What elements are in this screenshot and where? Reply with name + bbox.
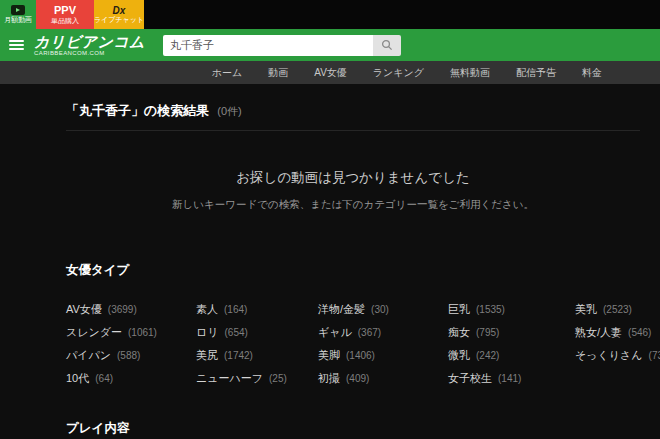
category-link[interactable]: 洋物/金髪 (30)	[318, 298, 448, 321]
category-link[interactable]: ニューハーフ (25)	[196, 367, 318, 390]
category-count: (25)	[269, 373, 287, 384]
category-link[interactable]: 女子校生 (141)	[448, 367, 575, 390]
nav-item[interactable]: 動画	[268, 66, 288, 80]
category-link[interactable]: 美脚 (1406)	[318, 344, 448, 367]
category-count: (242)	[476, 350, 499, 361]
tab-livechat-label: ライブチャット	[94, 16, 144, 24]
category-count: (30)	[371, 304, 389, 315]
category-link[interactable]: パイパン (588)	[66, 344, 196, 367]
search-result-count: (0件)	[217, 104, 241, 119]
category-label: 熟女/人妻	[575, 325, 622, 340]
category-count: (64)	[95, 373, 113, 384]
play-icon	[11, 5, 25, 15]
category-label: スレンダー	[66, 325, 122, 340]
divider	[66, 130, 640, 131]
category-label: 微乳	[448, 348, 470, 363]
logo-subtitle: CARIBBEANCOM.COM	[34, 50, 145, 56]
empty-result-hint: 新しいキーワードでの検索、または下のカテゴリー一覧をご利用ください。	[66, 198, 640, 212]
logo-title: カリビアンコム	[34, 34, 145, 49]
category-label: 美尻	[196, 348, 218, 363]
category-count: (164)	[224, 304, 247, 315]
main-content: 「丸千香子」の検索結果 (0件) お探しの動画は見つかりませんでした 新しいキー…	[0, 102, 660, 437]
category-count: (654)	[225, 327, 248, 338]
category-label: 美脚	[318, 348, 340, 363]
category-count: (1535)	[476, 304, 505, 315]
search-box	[163, 35, 401, 56]
category-label: 素人	[196, 302, 218, 317]
section-play-content: プレイ内容	[66, 420, 640, 437]
category-link[interactable]: 美乳 (2523)	[575, 298, 660, 321]
site-header: カリビアンコム CARIBBEANCOM.COM	[0, 29, 660, 61]
category-grid: AV女優 (3699) 素人 (164) 洋物/金髪 (30) 巨乳 (1535…	[66, 298, 640, 390]
category-label: ロリ	[196, 325, 219, 340]
section-play-content-title: プレイ内容	[66, 420, 640, 437]
category-count: (73)	[649, 350, 660, 361]
category-label: ニューハーフ	[196, 371, 263, 386]
section-actress-type: 女優タイプ AV女優 (3699) 素人 (164) 洋物/金髪 (30)	[66, 262, 640, 390]
category-label: 洋物/金髪	[318, 302, 365, 317]
category-label: 女子校生	[448, 371, 492, 386]
tab-monthly-label: 月額動画	[4, 16, 32, 24]
category-count: (2523)	[603, 304, 632, 315]
category-count: (546)	[628, 327, 651, 338]
category-link[interactable]: AV女優 (3699)	[66, 298, 196, 321]
tab-livechat[interactable]: Dx ライブチャット	[94, 0, 144, 29]
search-result-header: 「丸千香子」の検索結果 (0件)	[66, 102, 640, 120]
category-link[interactable]: そっくりさん (73)	[575, 344, 660, 367]
category-link[interactable]: 10代 (64)	[66, 367, 196, 390]
search-icon	[381, 39, 393, 51]
tab-monthly-video[interactable]: 月額動画	[0, 0, 36, 29]
category-label: パイパン	[66, 348, 111, 363]
empty-result-title: お探しの動画は見つかりませんでした	[66, 169, 640, 187]
category-label: そっくりさん	[575, 348, 643, 363]
nav-item[interactable]: 料金	[582, 66, 602, 80]
tab-ppv-title: PPV	[54, 4, 76, 17]
category-count: (1406)	[346, 350, 375, 361]
category-link[interactable]: 初撮 (409)	[318, 367, 448, 390]
nav-item[interactable]: ホーム	[212, 66, 242, 80]
category-label: 初撮	[318, 371, 340, 386]
category-label: 10代	[66, 371, 89, 386]
site-logo[interactable]: カリビアンコム CARIBBEANCOM.COM	[34, 34, 145, 56]
hamburger-menu-icon[interactable]	[9, 38, 24, 52]
search-button[interactable]	[373, 35, 401, 56]
search-result-title: 「丸千香子」の検索結果	[66, 102, 209, 120]
category-link[interactable]: スレンダー (1061)	[66, 321, 196, 344]
nav-item[interactable]: 配信予告	[516, 66, 556, 80]
category-link[interactable]: 熟女/人妻 (546)	[575, 321, 660, 344]
category-count: (409)	[346, 373, 369, 384]
category-link[interactable]: 素人 (164)	[196, 298, 318, 321]
category-count: (1061)	[128, 327, 157, 338]
tab-ppv[interactable]: PPV 単品購入	[36, 0, 94, 29]
category-label: 痴女	[448, 325, 470, 340]
category-label: 美乳	[575, 302, 597, 317]
top-bar: 月額動画 PPV 単品購入 Dx ライブチャット	[0, 0, 660, 29]
empty-result-message: お探しの動画は見つかりませんでした 新しいキーワードでの検索、または下のカテゴリ…	[66, 169, 640, 212]
nav-item[interactable]: 無料動画	[450, 66, 490, 80]
category-label: ギャル	[318, 325, 352, 340]
nav-item[interactable]: ランキング	[373, 66, 424, 80]
category-link[interactable]: 巨乳 (1535)	[448, 298, 575, 321]
main-nav: ホーム動画AV女優ランキング無料動画配信予告料金	[0, 61, 660, 84]
category-count: (141)	[498, 373, 521, 384]
category-link[interactable]: ギャル (367)	[318, 321, 448, 344]
category-link[interactable]: 微乳 (242)	[448, 344, 575, 367]
category-link[interactable]: ロリ (654)	[196, 321, 318, 344]
category-count: (795)	[476, 327, 499, 338]
category-count: (367)	[358, 327, 381, 338]
tab-ppv-label: 単品購入	[51, 17, 79, 25]
category-label: 巨乳	[448, 302, 470, 317]
nav-item[interactable]: AV女優	[314, 66, 347, 80]
search-input[interactable]	[163, 35, 373, 56]
category-count: (588)	[117, 350, 140, 361]
dx-livechat-icon: Dx	[113, 5, 126, 17]
category-label: AV女優	[66, 302, 102, 317]
category-count: (1742)	[224, 350, 253, 361]
category-count: (3699)	[108, 304, 137, 315]
category-link[interactable]: 美尻 (1742)	[196, 344, 318, 367]
section-actress-type-title: 女優タイプ	[66, 262, 640, 279]
category-link[interactable]: 痴女 (795)	[448, 321, 575, 344]
